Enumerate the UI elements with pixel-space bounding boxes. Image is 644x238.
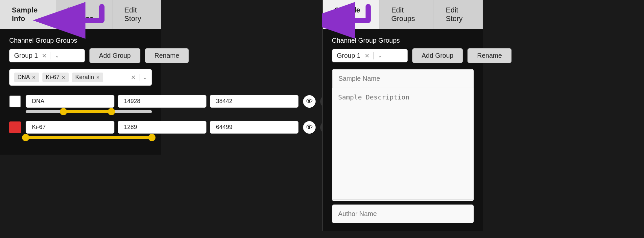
left-tab-edit-groups[interactable]: Edit Groups (56, 0, 113, 29)
left-tags-clear-icon[interactable]: ✕ (131, 74, 136, 81)
left-add-group-button[interactable]: Add Group (89, 48, 140, 63)
left-tag-ki67-remove[interactable]: ✕ (61, 75, 65, 80)
right-author-name-input[interactable] (332, 205, 474, 223)
left-channel-ki67: 👁 ℹ (9, 121, 152, 139)
right-rename-button[interactable]: Rename (467, 48, 512, 63)
left-channel-dna-max[interactable] (210, 95, 298, 108)
left-group-clear-icon[interactable]: ✕ (42, 52, 47, 59)
left-channel-dna-slider-fill (63, 110, 111, 113)
left-channel-dna-color (9, 96, 21, 107)
left-channel-dna-slider-thumb-left[interactable] (60, 108, 67, 115)
left-tag-dna-remove[interactable]: ✕ (32, 75, 36, 80)
left-tag-keratin-remove[interactable]: ✕ (96, 75, 100, 80)
left-tags-row: DNA ✕ Ki-67 ✕ Keratin ✕ ✕ ⌄ (9, 69, 152, 86)
right-group-row: Group 1 ✕ ⌄ Add Group Rename (332, 48, 474, 63)
left-group-row: Group 1 ✕ ⌄ Add Group Rename (9, 48, 152, 63)
left-channel-ki67-header: 👁 ℹ (9, 121, 152, 134)
left-channel-dna: 👁 ℹ (9, 95, 152, 113)
left-channel-ki67-slider-track[interactable] (26, 136, 152, 139)
right-group-divider (373, 52, 374, 59)
right-group-value: Group 1 (337, 52, 361, 59)
right-panel: Sample Info Edit Groups Edit Story Chann… (322, 0, 483, 231)
left-tags-chevron-icon[interactable]: ⌄ (143, 74, 147, 80)
left-group-divider (51, 52, 51, 59)
left-channel-dna-slider-thumb-right[interactable] (108, 108, 115, 115)
left-content: Channel Group Groups Group 1 ✕ ⌄ Add Gro… (0, 29, 161, 155)
left-panel: Sample Info Edit Groups Edit Story Chann… (0, 0, 161, 155)
right-group-select[interactable]: Group 1 ✕ ⌄ (332, 49, 408, 62)
right-tabs: Sample Info Edit Groups Edit Story (323, 0, 483, 29)
right-sample-name-input[interactable] (332, 69, 474, 88)
left-channel-ki67-slider-thumb-right[interactable] (148, 134, 155, 141)
right-tab-edit-groups[interactable]: Edit Groups (379, 0, 434, 29)
left-channel-dna-slider-row (9, 110, 152, 113)
left-channel-ki67-slider-thumb-left[interactable] (22, 134, 29, 141)
right-add-group-button[interactable]: Add Group (412, 48, 463, 63)
left-tag-dna: DNA ✕ (14, 73, 39, 82)
left-channel-dna-name[interactable] (26, 95, 114, 108)
right-group-chevron-icon[interactable]: ⌄ (378, 53, 382, 59)
left-channel-ki67-slider-fill (26, 136, 152, 139)
right-tab-edit-story[interactable]: Edit Story (434, 0, 483, 29)
left-tab-sample-info[interactable]: Sample Info (0, 0, 56, 29)
left-channel-ki67-min[interactable] (118, 121, 206, 134)
left-channel-dna-eye-button[interactable]: 👁 (303, 95, 316, 108)
left-channel-ki67-max[interactable] (210, 121, 298, 134)
left-channel-ki67-color (9, 121, 21, 133)
left-channel-dna-header: 👁 ℹ (9, 95, 152, 108)
right-sample-form (332, 69, 474, 201)
left-channel-dna-min[interactable] (118, 95, 206, 108)
left-group-select[interactable]: Group 1 ✕ ⌄ (9, 49, 85, 62)
left-group-chevron-icon[interactable]: ⌄ (55, 53, 59, 59)
left-tag-ki67: Ki-67 ✕ (42, 73, 69, 82)
right-section-title: Channel Group Groups (332, 37, 474, 44)
left-tabs: Sample Info Edit Groups Edit Story (0, 0, 161, 29)
left-rename-button[interactable]: Rename (145, 48, 189, 63)
left-group-value: Group 1 (14, 52, 38, 59)
left-channel-ki67-eye-button[interactable]: 👁 (303, 121, 316, 134)
left-channel-dna-fields (26, 95, 298, 108)
left-section-title: Channel Group Groups (9, 37, 152, 44)
left-tab-edit-story[interactable]: Edit Story (112, 0, 161, 29)
left-channel-ki67-slider-row (9, 136, 152, 139)
right-sample-description-textarea[interactable] (332, 88, 474, 200)
left-tag-keratin: Keratin ✕ (72, 73, 103, 82)
left-channel-ki67-name[interactable] (26, 121, 114, 134)
left-channel-ki67-fields (26, 121, 298, 134)
left-tags-divider (139, 74, 139, 81)
right-tab-sample-info[interactable]: Sample Info (323, 0, 380, 29)
right-content: Channel Group Groups Group 1 ✕ ⌄ Add Gro… (323, 29, 483, 231)
left-channel-dna-slider-track[interactable] (26, 110, 152, 113)
right-group-clear-icon[interactable]: ✕ (365, 52, 370, 59)
